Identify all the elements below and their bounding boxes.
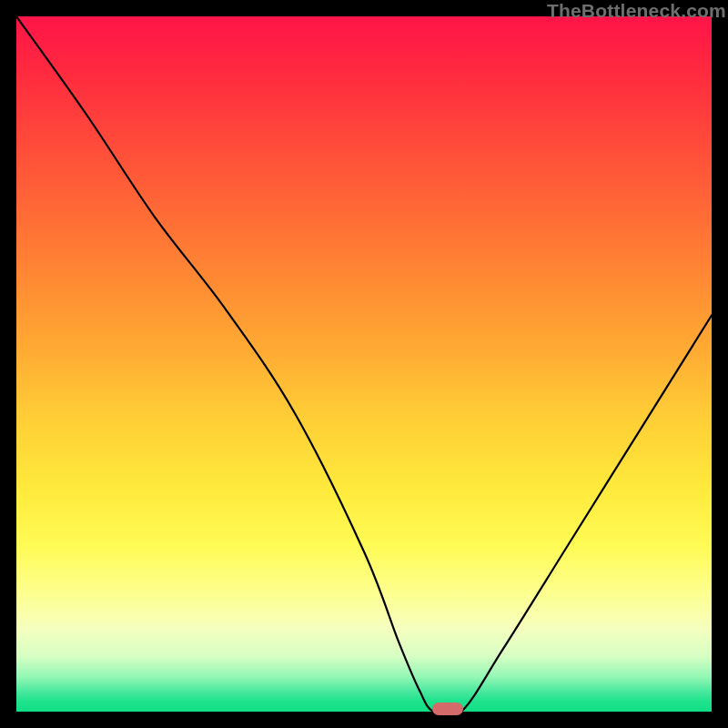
chart-frame (16, 16, 712, 712)
bottleneck-curve (16, 16, 712, 712)
watermark-text: TheBottleneck.com (547, 0, 726, 22)
optimal-point-marker (432, 703, 463, 715)
